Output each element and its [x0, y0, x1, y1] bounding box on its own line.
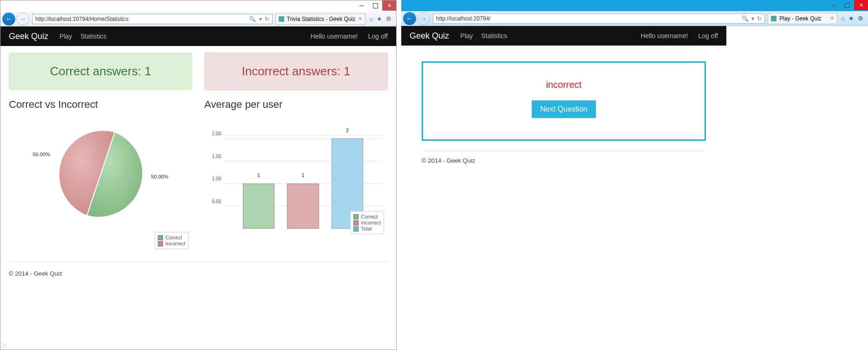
tab-close-icon[interactable]: ✕: [358, 16, 362, 22]
pie-label-incorrect: 50.00%: [33, 152, 50, 157]
brand[interactable]: Geek Quiz: [410, 31, 449, 41]
pie-label-correct: 50.00%: [151, 174, 168, 179]
window-titlebar-right: [401, 0, 868, 11]
bar-legend: Correct Incorrect Total: [350, 211, 384, 234]
nav-forward-button[interactable]: →: [16, 13, 29, 26]
dropdown-icon[interactable]: ▾: [259, 16, 262, 22]
url-input[interactable]: [33, 16, 246, 22]
search-icon[interactable]: 🔍: [741, 15, 749, 22]
tab-title: Trivia Statistics - Geek Quiz: [287, 16, 356, 22]
home-icon[interactable]: ⌂: [841, 15, 845, 22]
nav-logoff[interactable]: Log off: [368, 33, 388, 40]
window-titlebar: [0, 0, 396, 12]
search-icon[interactable]: 🔍: [249, 16, 256, 22]
bar-incorrect: [287, 184, 319, 229]
settings-icon[interactable]: ⚙: [858, 15, 863, 22]
brand[interactable]: Geek Quiz: [9, 32, 48, 41]
nav-play[interactable]: Play: [460, 32, 473, 40]
tab-favicon: [279, 16, 284, 22]
browser-window-play: Geek Quiz Play Statistics Hello username…: [401, 26, 726, 350]
browser-window-statistics: ← → 🔍 ▾ ↻ Trivia Statistics - Geek Quiz …: [0, 0, 397, 350]
window-minimize-button[interactable]: [826, 0, 840, 10]
footer-right: © 2014 - Geek Quiz: [401, 157, 726, 169]
browser-tab[interactable]: Trivia Statistics - Geek Quiz ✕: [275, 13, 366, 25]
pie-chart-title: Correct vs Incorrect: [9, 99, 192, 111]
legend-bar-incorrect: Incorrect: [361, 220, 381, 225]
dropdown-icon[interactable]: ▾: [751, 15, 754, 22]
refresh-icon[interactable]: ↻: [757, 15, 762, 22]
divider: [422, 151, 706, 152]
correct-answers-text: Correct answers: 1: [50, 64, 151, 78]
correct-answers-panel: Correct answers: 1: [9, 53, 192, 90]
app-navbar: Geek Quiz Play Statistics Hello username…: [0, 26, 396, 46]
stray-text: ; ;: [2, 343, 6, 348]
bar-correct: [243, 184, 274, 229]
browser-toolbar: ← → 🔍 ▾ ↻ Play - Geek Quiz ✕ ⌂ ★ ⚙: [401, 11, 868, 26]
legend-bar-total: Total: [361, 226, 372, 231]
stats-content: Correct answers: 1 Incorrect answers: 1 …: [0, 46, 396, 270]
bar-chart: 2.00 1.50 1.00 0.50 1: [204, 112, 388, 238]
nav-back-button[interactable]: ←: [2, 13, 15, 26]
favorites-icon[interactable]: ★: [377, 15, 382, 22]
tab-favicon: [771, 16, 777, 21]
browser-toolbar: ← → 🔍 ▾ ↻ Trivia Statistics - Geek Quiz …: [0, 12, 396, 26]
address-bar[interactable]: 🔍 ▾ ↻: [32, 14, 273, 24]
window-minimize-button[interactable]: [354, 0, 368, 11]
legend-incorrect: Incorrect: [165, 241, 185, 246]
pie-svg: [54, 127, 147, 220]
bar-chart-title: Average per user: [204, 99, 388, 111]
app-navbar: Geek Quiz Play Statistics Hello username…: [401, 26, 726, 46]
bar-label-incorrect: 1: [301, 172, 304, 178]
next-question-button[interactable]: Next Question: [532, 100, 595, 118]
incorrect-answers-panel: Incorrect answers: 1: [204, 53, 388, 90]
pie-chart: 50.00% 50.00% Correct Incorrect: [9, 127, 192, 253]
nav-greeting[interactable]: Hello username!: [311, 33, 358, 40]
nav-forward-button[interactable]: →: [417, 12, 430, 25]
footer-left: © 2014 - Geek Quiz: [0, 270, 396, 282]
settings-icon[interactable]: ⚙: [386, 15, 392, 22]
nav-logoff[interactable]: Log off: [698, 32, 718, 40]
nav-statistics[interactable]: Statistics: [80, 33, 106, 40]
incorrect-answers-text: Incorrect answers: 1: [241, 64, 350, 78]
play-status-text: incorrect: [432, 79, 695, 90]
play-result-box: incorrect Next Question: [422, 61, 706, 141]
window-close-button[interactable]: [854, 0, 868, 10]
bar-chart-section: Average per user 2.00 1.50 1.00 0.50: [204, 99, 388, 253]
legend-correct: Correct: [165, 235, 182, 240]
refresh-icon[interactable]: ↻: [265, 16, 269, 22]
bar-label-correct: 1: [257, 172, 260, 178]
pie-legend: Correct Incorrect: [155, 232, 189, 249]
browser-right-icons: ⌂ ★ ⚙: [838, 15, 866, 22]
window-close-button[interactable]: [382, 0, 396, 11]
nav-statistics[interactable]: Statistics: [481, 32, 507, 40]
window-maximize-button[interactable]: [368, 0, 382, 11]
window-maximize-button[interactable]: [840, 0, 854, 10]
divider: [9, 261, 388, 262]
tab-title: Play - Geek Quiz: [779, 15, 822, 22]
favorites-icon[interactable]: ★: [848, 15, 854, 22]
tab-close-icon[interactable]: ✕: [830, 15, 834, 21]
url-input[interactable]: [433, 15, 738, 22]
bar-label-total: 2: [346, 127, 349, 133]
legend-bar-correct: Correct: [361, 214, 378, 219]
home-icon[interactable]: ⌂: [369, 15, 373, 22]
browser-right-icons: ⌂ ★ ⚙: [366, 15, 394, 22]
pie-chart-section: Correct vs Incorrect 50.00: [9, 99, 192, 253]
nav-greeting[interactable]: Hello username!: [641, 32, 688, 40]
address-bar[interactable]: 🔍 ▾ ↻: [433, 13, 765, 24]
browser-tab[interactable]: Play - Geek Quiz ✕: [768, 13, 837, 24]
nav-play[interactable]: Play: [59, 33, 72, 40]
nav-back-button[interactable]: ←: [403, 12, 416, 25]
browser-window-play-outer: ← → 🔍 ▾ ↻ Play - Geek Quiz ✕ ⌂ ★ ⚙: [401, 0, 868, 350]
